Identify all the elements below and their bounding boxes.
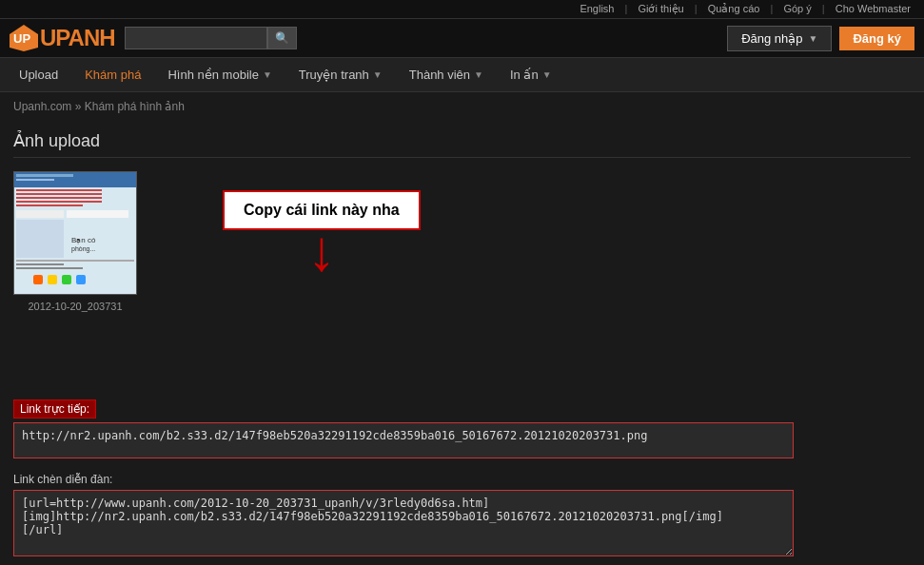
svg-text:phòng...: phòng... [71,245,95,253]
link-forum-textarea[interactable] [13,490,794,556]
top-link-about[interactable]: Giới thiệu [638,3,683,14]
search-box: 🔍 [125,27,297,49]
logo-anh: ANH [69,25,115,50]
svg-rect-21 [62,275,71,284]
callout-box: Copy cái link này nha [223,190,421,230]
breadcrumb-current: Khám phá hình ảnh [85,100,185,113]
svg-text:UP: UP [13,31,30,46]
top-link-english[interactable]: English [580,3,614,14]
svg-rect-9 [16,201,102,203]
image-area: Bạn có phòng... 2012-10-20_203731 Copy c… [13,171,911,380]
callout-text: Copy cái link này nha [244,202,400,218]
svg-rect-11 [16,210,64,218]
image-thumb-container: Bạn có phòng... 2012-10-20_203731 [13,171,137,312]
svg-rect-8 [16,197,102,199]
top-link-webmaster[interactable]: Cho Webmaster [836,3,911,14]
link-direct-label-row: Link trực tiếp: [13,399,911,419]
logo: UP UPANH 🔍 [10,25,297,51]
breadcrumb: Upanh.com » Khám phá hình ảnh [0,92,924,121]
svg-rect-5 [16,179,54,181]
nav-mobile-wallpaper[interactable]: Hình nền mobile ▼ [154,58,285,91]
top-link-ads[interactable]: Quảng cáo [708,3,760,14]
logo-up: UP [40,25,69,50]
svg-rect-20 [48,275,57,284]
section-title: Ảnh upload [13,130,911,158]
svg-rect-15 [16,220,64,258]
link-forum-label: Link chèn diễn đàn: [13,473,112,486]
link-direct-section: Link trực tiếp: [13,399,911,461]
nav: Upload Khám phá Hình nền mobile ▼ Truyện… [0,58,924,92]
breadcrumb-home[interactable]: Upanh.com [13,100,71,113]
thumbnail-image: Bạn có phòng... [14,172,136,294]
link-forum-section: Link chèn diễn đàn: [13,473,911,559]
header: UP UPANH 🔍 Đăng nhập ▼ Đăng ký [0,19,924,58]
login-dropdown-arrow: ▼ [809,33,818,44]
print-dropdown-arrow: ▼ [542,69,552,80]
search-input[interactable] [125,27,267,49]
header-right: Đăng nhập ▼ Đăng ký [727,26,914,51]
svg-rect-12 [67,210,128,218]
svg-rect-17 [16,263,64,265]
nav-print[interactable]: In ấn ▼ [497,58,565,91]
mobile-dropdown-arrow: ▼ [263,69,272,80]
link-forum-label-row: Link chèn diễn đàn: [13,473,911,486]
nav-explore[interactable]: Khám phá [71,58,154,91]
svg-rect-16 [16,260,134,262]
svg-rect-22 [76,275,86,284]
link-direct-textarea[interactable] [13,422,794,458]
content: Ảnh upload Bạn có phòn [0,121,924,565]
comics-dropdown-arrow: ▼ [373,69,383,80]
breadcrumb-separator: » [75,100,85,113]
members-dropdown-arrow: ▼ [474,69,483,80]
search-button[interactable]: 🔍 [267,27,297,49]
logo-text: UPANH [40,25,115,51]
top-link-feedback[interactable]: Góp ý [783,3,811,14]
svg-text:Bạn có: Bạn có [71,236,96,244]
svg-rect-7 [16,193,102,195]
nav-comics[interactable]: Truyện tranh ▼ [285,58,396,91]
image-filename: 2012-10-20_203731 [28,301,122,312]
svg-rect-6 [16,189,102,191]
top-bar: English | Giới thiệu | Quảng cáo | Góp ý… [0,0,924,19]
login-button[interactable]: Đăng nhập ▼ [727,26,832,51]
nav-members[interactable]: Thành viên ▼ [396,58,497,91]
svg-rect-4 [16,174,73,177]
callout-arrow: ↓ [223,223,421,280]
nav-upload[interactable]: Upload [6,58,71,91]
svg-rect-10 [16,205,83,206]
svg-rect-18 [16,267,83,269]
link-direct-label: Link trực tiếp: [13,399,96,419]
callout-container: Copy cái link này nha ↓ [223,190,421,280]
image-thumbnail[interactable]: Bạn có phòng... [13,171,137,295]
svg-rect-19 [33,275,43,284]
register-button[interactable]: Đăng ký [839,27,914,50]
logo-icon: UP [10,25,38,51]
